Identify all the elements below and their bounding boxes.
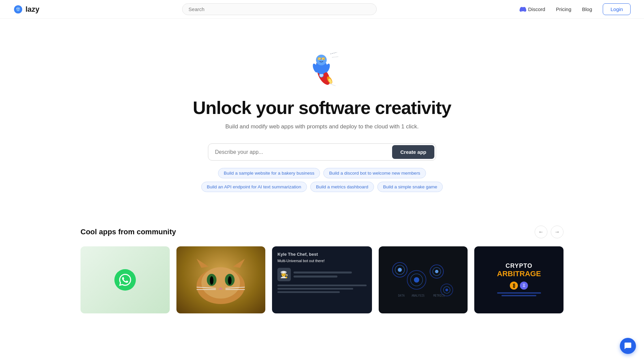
hero-mascot (300, 46, 344, 89)
chat-bubble[interactable] (620, 338, 636, 354)
community-header: Cool apps from community ← → (80, 226, 564, 238)
create-app-button[interactable]: Create app (392, 145, 434, 159)
chip-metrics[interactable]: Build a metrics dashboard (310, 182, 374, 192)
chip-bakery[interactable]: Build a sample website for a bakery busi… (218, 168, 320, 178)
community-card-4[interactable]: DATA ANALYSIS METRICS (379, 246, 468, 313)
chip-discord-bot[interactable]: Build a discord bot to welcome new membe… (323, 168, 426, 178)
prev-arrow-button[interactable]: ← (535, 226, 547, 238)
svg-marker-37 (197, 259, 209, 268)
svg-point-13 (316, 55, 327, 65)
logo-text: lazy (25, 5, 40, 14)
hero-section: Unlock your software creativity Build an… (0, 19, 644, 212)
discord-label: Discord (528, 6, 545, 12)
crypto-title-2: ARBITRAGE (497, 269, 541, 278)
header: lazy Discord Pricing Blog Login (0, 0, 644, 19)
svg-line-24 (332, 57, 339, 57)
chip-api[interactable]: Build an API endpoint for AI text summar… (201, 182, 307, 192)
card5-content: CRYPTO ARBITRAGE ₿ Ξ (490, 256, 548, 304)
app-input-row: Create app (208, 143, 436, 161)
svg-marker-38 (233, 259, 245, 268)
data-viz-svg: DATA ANALYSIS METRICS (390, 253, 457, 307)
svg-point-5 (19, 8, 19, 9)
svg-text:DATA: DATA (398, 294, 405, 297)
next-arrow-button[interactable]: → (551, 226, 564, 238)
svg-point-27 (202, 267, 240, 299)
blog-link[interactable]: Blog (582, 6, 592, 12)
svg-text:METRICS: METRICS (433, 294, 445, 297)
login-button[interactable]: Login (603, 3, 631, 15)
search-bar (182, 3, 377, 15)
app-describe-input[interactable] (208, 144, 391, 160)
blog-label: Blog (582, 6, 592, 12)
discord-icon (520, 6, 526, 13)
logo[interactable]: lazy (13, 5, 40, 14)
svg-point-30 (210, 276, 214, 285)
pricing-link[interactable]: Pricing (556, 6, 571, 12)
whatsapp-icon (114, 269, 136, 291)
svg-point-41 (398, 268, 402, 272)
card3-text: Multi-Universal bot out there! (277, 258, 367, 264)
svg-text:ANALYSIS: ANALYSIS (412, 294, 425, 297)
card3-content: Kyle The Chef, best Multi-Universal bot … (277, 252, 367, 293)
community-section: Cool apps from community ← → (0, 212, 644, 320)
suggestion-chips: Build a sample website for a bakery busi… (188, 168, 456, 192)
svg-line-25 (329, 83, 335, 86)
community-cards-row: Kyle The Chef, best Multi-Universal bot … (80, 246, 564, 313)
svg-line-23 (330, 52, 337, 54)
card3-name: Kyle The Chef, best (277, 252, 367, 257)
svg-point-44 (414, 277, 419, 283)
logo-icon (13, 5, 23, 14)
svg-point-1 (16, 7, 20, 11)
nav-arrows: ← → (535, 226, 564, 238)
pricing-label: Pricing (556, 6, 571, 12)
cat-image (176, 246, 266, 313)
svg-point-31 (228, 276, 232, 285)
discord-link[interactable]: Discord (520, 6, 545, 13)
svg-point-47 (435, 270, 438, 273)
hero-title: Unlock your software creativity (193, 97, 451, 118)
community-card-1[interactable] (80, 246, 170, 313)
svg-point-50 (445, 289, 448, 291)
svg-point-6 (17, 10, 19, 11)
svg-rect-21 (322, 57, 325, 60)
community-card-3[interactable]: Kyle The Chef, best Multi-Universal bot … (272, 246, 372, 313)
nav-links: Discord Pricing Blog Login (520, 3, 631, 15)
chat-bubble-icon (624, 342, 632, 350)
community-card-5[interactable]: CRYPTO ARBITRAGE ₿ Ξ (474, 246, 564, 313)
svg-rect-20 (318, 57, 321, 60)
svg-point-4 (17, 8, 18, 9)
main-content: Unlock your software creativity Build an… (0, 19, 644, 320)
whatsapp-svg (119, 274, 131, 286)
chip-snake[interactable]: Build a simple snake game (377, 182, 443, 192)
search-input[interactable] (182, 3, 377, 15)
hero-subtitle: Build and modify web apps with prompts a… (225, 123, 419, 130)
community-title: Cool apps from community (80, 228, 176, 236)
cat-svg (191, 256, 251, 304)
community-card-2[interactable] (176, 246, 266, 313)
crypto-title-1: CRYPTO (497, 262, 541, 269)
